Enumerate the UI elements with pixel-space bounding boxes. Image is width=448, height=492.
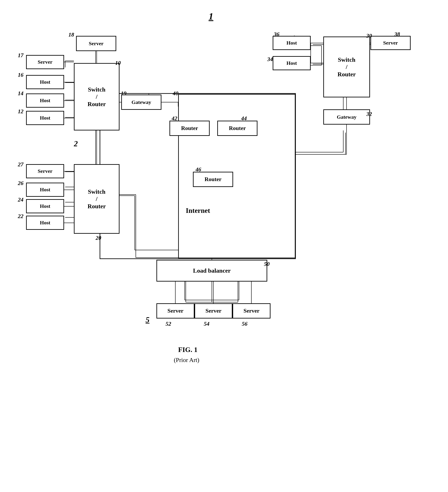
router-44: Router xyxy=(217,121,258,136)
ref-32: 32 xyxy=(366,111,372,117)
load-balancer-50: Load balancer xyxy=(156,260,267,282)
host-22: Host xyxy=(26,216,64,230)
ref-42: 42 xyxy=(172,115,177,122)
figure-number: 1 xyxy=(209,11,213,22)
ref-10: 10 xyxy=(115,60,121,66)
fig-sub-caption: (Prior Art) xyxy=(174,357,199,364)
ref-38: 38 xyxy=(394,31,400,38)
host-34: Host xyxy=(273,56,311,70)
ref-18: 18 xyxy=(69,31,74,38)
ref-26: 26 xyxy=(18,180,23,186)
ref-46: 46 xyxy=(196,166,201,173)
ref-40: 40 xyxy=(173,90,178,97)
gateway-19: Gateway xyxy=(121,95,161,110)
host-26: Host xyxy=(26,183,64,197)
ref-14: 14 xyxy=(18,90,23,97)
host-12: Host xyxy=(26,111,64,125)
router-42: Router xyxy=(169,121,210,136)
server-27: Server xyxy=(26,164,64,178)
host-14: Host xyxy=(26,93,64,108)
server-17: Server xyxy=(26,55,64,69)
ref-50: 50 xyxy=(264,261,270,267)
router-46: Router xyxy=(193,172,233,187)
ref-20: 20 xyxy=(96,235,101,241)
host-36: Host xyxy=(273,36,311,50)
ref-27: 27 xyxy=(18,161,23,168)
host-24: Host xyxy=(26,199,64,213)
switch-router-10: Switch / Router xyxy=(74,63,119,131)
server-18: Server xyxy=(76,36,116,51)
ref-19: 19 xyxy=(121,90,126,97)
ref-56: 56 xyxy=(242,321,248,327)
ref-30: 30 xyxy=(366,33,372,39)
fig-caption: FIG. 1 xyxy=(178,346,198,354)
server-54: Server xyxy=(194,303,232,318)
ref-16: 16 xyxy=(18,72,23,78)
ref-52: 52 xyxy=(166,321,171,327)
ref-44: 44 xyxy=(241,115,247,122)
server-38: Server xyxy=(370,36,411,50)
ref-22: 22 xyxy=(18,213,23,220)
server-52: Server xyxy=(156,303,194,318)
label-network-2: 2 xyxy=(74,139,78,148)
ref-36: 36 xyxy=(274,31,279,38)
internet-label: Internet xyxy=(186,206,210,215)
ref-17: 17 xyxy=(18,52,23,59)
ref-54: 54 xyxy=(204,321,209,327)
diagram: 1 2 Server 18 Server 17 Host 16 Host 14 … xyxy=(0,0,448,492)
ref-24: 24 xyxy=(18,196,23,203)
server-56: Server xyxy=(232,303,270,318)
ref-34: 34 xyxy=(267,56,273,63)
gateway-32: Gateway xyxy=(323,109,370,124)
switch-router-30: Switch / Router xyxy=(323,37,370,97)
label-network-5: 5 xyxy=(146,315,149,324)
ref-12: 12 xyxy=(18,108,23,115)
switch-router-20: Switch / Router xyxy=(74,164,119,234)
host-16: Host xyxy=(26,75,64,89)
